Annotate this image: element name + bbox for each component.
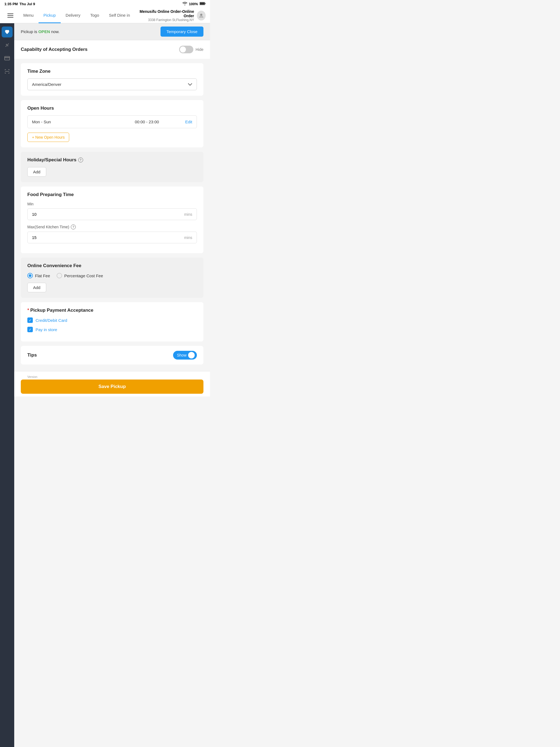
svg-rect-2 [200, 2, 205, 5]
store-checkmark: ✓ [29, 328, 32, 332]
layout: Pickup is OPEN now. Temporary Close Capa… [0, 23, 210, 747]
convenience-fee-add-button[interactable]: Add [27, 283, 46, 292]
convenience-fee-section: Online Convenience Fee Flat Fee Percenta… [21, 258, 203, 298]
store-name: Menusifu Online Order-Online Order [135, 9, 194, 18]
timezone-section: Time Zone America/Denver [21, 63, 203, 96]
percentage-fee-label: Percentage Cost Fee [64, 274, 103, 278]
store-info: Menusifu Online Order-Online Order 3338 … [135, 9, 206, 22]
card-payment-option[interactable]: ✓ Credit/Debit Card [27, 317, 197, 323]
special-hours-add-button[interactable]: Add [27, 167, 46, 177]
tab-togo[interactable]: Togo [85, 8, 104, 23]
sidebar-item-discount[interactable] [2, 40, 12, 51]
svg-point-7 [6, 44, 7, 45]
tab-selfdine[interactable]: Self Dine in [104, 8, 135, 23]
convenience-fee-title: Online Convenience Fee [27, 263, 197, 268]
svg-rect-10 [5, 56, 9, 60]
tips-toggle[interactable]: Show [173, 351, 197, 360]
card-checkmark: ✓ [29, 318, 32, 323]
new-open-hours-button[interactable]: + New Open Hours [27, 133, 69, 142]
svg-rect-3 [7, 14, 14, 14]
food-prep-section: Food Preparing Time Min mins Max(Send Ki… [21, 186, 203, 253]
wifi-icon [182, 2, 187, 6]
fee-radio-group: Flat Fee Percentage Cost Fee [27, 273, 197, 278]
timezone-select[interactable]: America/Denver [27, 78, 197, 90]
tips-toggle-label: Show [177, 353, 186, 357]
percentage-fee-option[interactable]: Percentage Cost Fee [57, 273, 103, 278]
special-hours-section: Holiday/Special Hours ? Add [21, 152, 203, 182]
sidebar [0, 23, 14, 747]
special-hours-help-icon[interactable]: ? [78, 157, 83, 162]
min-prep-unit: mins [184, 212, 192, 216]
payment-title: *Pickup Payment Acceptance [27, 308, 197, 313]
tab-menu[interactable]: Menu [18, 8, 39, 23]
avatar[interactable] [197, 11, 206, 21]
svg-rect-1 [205, 3, 206, 4]
min-prep-group: Min mins [27, 202, 197, 220]
min-prep-label: Min [27, 202, 197, 206]
max-prep-help-icon[interactable]: ? [71, 225, 76, 229]
svg-point-8 [7, 45, 8, 46]
max-prep-unit: mins [184, 235, 192, 240]
open-hours-title: Open Hours [27, 106, 197, 111]
card-checkbox[interactable]: ✓ [27, 317, 33, 323]
sidebar-item-heart[interactable] [2, 27, 12, 37]
flat-fee-radio[interactable] [27, 273, 33, 278]
status-open-label: OPEN [38, 29, 50, 34]
chevron-down-icon [188, 82, 192, 87]
battery-icon [200, 2, 206, 6]
nav-tabs: Menu Pickup Delivery Togo Self Dine in [18, 8, 135, 23]
svg-rect-11 [5, 57, 9, 58]
max-prep-group: Max(Send Kitchen Time) ? mins [27, 225, 197, 243]
save-bar: Version Save Pickup [14, 371, 210, 396]
sidebar-item-card[interactable] [2, 53, 12, 64]
temp-close-button[interactable]: Temporary Close [160, 27, 203, 36]
payment-section: *Pickup Payment Acceptance ✓ Credit/Debi… [21, 302, 203, 341]
store-payment-option[interactable]: ✓ Pay in store [27, 327, 197, 332]
hamburger-icon[interactable] [4, 9, 16, 22]
card-label: Credit/Debit Card [35, 318, 67, 323]
svg-point-6 [200, 14, 202, 16]
min-prep-input[interactable] [32, 212, 184, 216]
tips-label: Tips [27, 353, 37, 358]
timezone-title: Time Zone [27, 69, 197, 74]
status-text: Pickup is OPEN now. [21, 29, 59, 34]
hours-days: Mon - Sun [32, 120, 108, 124]
tips-section: Tips Show [21, 346, 203, 364]
status-bar: 1:35 PM Thu Jul 9 100% [0, 0, 210, 8]
status-date: Thu Jul 9 [19, 2, 35, 6]
svg-line-9 [5, 44, 9, 47]
store-label: Pay in store [35, 327, 57, 332]
food-prep-title: Food Preparing Time [27, 192, 197, 198]
percentage-fee-radio[interactable] [57, 273, 62, 278]
tab-pickup[interactable]: Pickup [39, 8, 61, 23]
status-banner: Pickup is OPEN now. Temporary Close [14, 23, 210, 40]
battery-text: 100% [189, 2, 198, 6]
max-prep-label: Max(Send Kitchen Time) [27, 225, 69, 229]
svg-rect-4 [7, 15, 14, 16]
main-content: Pickup is OPEN now. Temporary Close Capa… [14, 23, 210, 747]
flat-fee-label: Flat Fee [35, 274, 50, 278]
status-time: 1:35 PM [4, 2, 18, 6]
tips-toggle-knob [188, 352, 195, 358]
capability-toggle[interactable] [179, 46, 193, 53]
store-address: 3338 Farrington St,Flushing,NY [135, 18, 194, 22]
required-star: * [27, 308, 29, 313]
timezone-value: America/Denver [32, 82, 61, 87]
min-prep-input-row: mins [27, 208, 197, 220]
capability-label: Capabilty of Accepting Orders [21, 47, 87, 52]
capability-toggle-label: Hide [196, 47, 203, 52]
sidebar-item-scan[interactable] [2, 66, 12, 77]
max-prep-input-row: mins [27, 232, 197, 243]
tab-delivery[interactable]: Delivery [61, 8, 85, 23]
version-label: Version [21, 374, 203, 380]
flat-fee-option[interactable]: Flat Fee [27, 273, 50, 278]
store-checkbox[interactable]: ✓ [27, 327, 33, 332]
hours-row: Mon - Sun 00:00 - 23:00 Edit [27, 115, 197, 128]
svg-rect-5 [7, 17, 14, 18]
hours-edit-button[interactable]: Edit [185, 120, 192, 124]
open-hours-section: Open Hours Mon - Sun 00:00 - 23:00 Edit … [21, 100, 203, 147]
max-prep-input[interactable] [32, 235, 184, 240]
capability-toggle-wrapper: Hide [179, 46, 203, 53]
save-pickup-button[interactable]: Save Pickup [21, 380, 203, 394]
hours-time: 00:00 - 23:00 [108, 120, 185, 124]
